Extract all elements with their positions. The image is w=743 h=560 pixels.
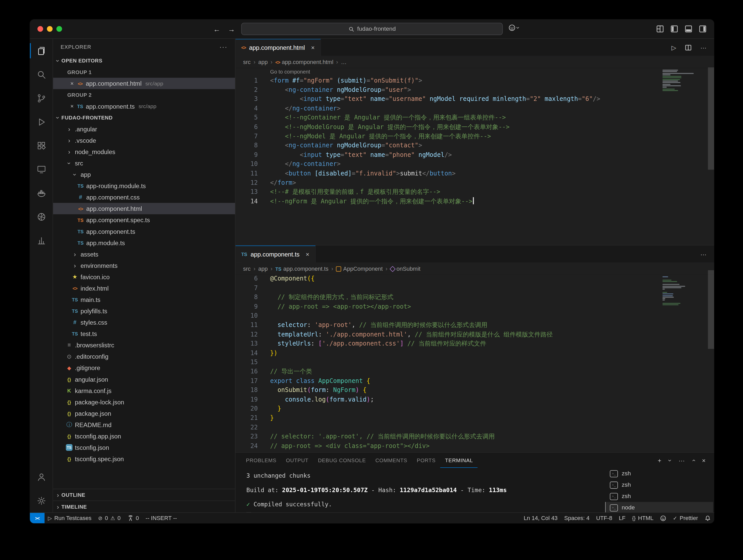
activity-accounts[interactable] (30, 465, 53, 489)
close-icon[interactable]: × (306, 251, 309, 258)
breadcrumb-item[interactable]: src (243, 59, 251, 66)
code-line[interactable]: 17export class AppComponent { (235, 376, 714, 386)
code-line[interactable]: 8 // 制定组件的使用方式，当前问标记形式 (235, 293, 714, 302)
code-line[interactable]: 12 templateUrl: './app.component.html', … (235, 330, 714, 339)
status-forwarded-ports[interactable]: 0 (124, 513, 142, 523)
code-editor-ts[interactable]: 6@Component({78 // 制定组件的使用方式，当前问标记形式9 //… (235, 274, 714, 453)
tree-item[interactable]: #app.component.css (53, 191, 235, 203)
tree-item[interactable]: ›src (53, 158, 235, 169)
code-line[interactable]: 22 (235, 423, 714, 432)
panel-tab-problems[interactable]: PROBLEMS (241, 453, 281, 468)
tree-item[interactable]: ›environments (53, 260, 235, 271)
code-line[interactable]: 6@Component({ (235, 274, 714, 283)
status-indentation[interactable]: Spaces: 4 (561, 513, 593, 523)
codelens-link[interactable]: Go to component (235, 68, 714, 76)
code-line[interactable]: 3 <input type="text" name="username" ngM… (235, 94, 714, 104)
breadcrumb-item[interactable]: AppComponent (336, 265, 383, 272)
code-line[interactable]: 9 <input type="text" name="phone" ngMode… (235, 150, 714, 160)
tree-item[interactable]: <>app.component.html (53, 203, 235, 214)
terminal-session-node[interactable]: ›_node (605, 502, 713, 513)
code-line[interactable]: 13 styleUrls: ['./app.component.css'] //… (235, 339, 714, 348)
breadcrumb-item[interactable]: onSubmit (390, 265, 421, 272)
section-project[interactable]: › FUDAO-FRONTEND (53, 112, 235, 123)
section-open-editors[interactable]: › OPEN EDITORS (53, 55, 235, 66)
status-copilot[interactable] (657, 513, 670, 523)
close-icon[interactable]: × (702, 457, 706, 464)
tree-item[interactable]: <>index.html (53, 283, 235, 294)
close-icon[interactable]: × (311, 44, 315, 51)
panel-tab-debug-console[interactable]: DEBUG CONSOLE (313, 453, 371, 468)
terminal-session-zsh[interactable]: ›_zsh (605, 490, 713, 502)
code-line[interactable]: 13<!--# 是模板引用变量的前缀，f 是模板引用变量的名字--> (235, 187, 714, 197)
zoom-button[interactable] (56, 26, 62, 32)
tree-item[interactable]: {}tsconfig.spec.json (53, 453, 235, 465)
code-line[interactable]: 24// app-root => <div class="app-root"><… (235, 441, 714, 450)
panel-tab-output[interactable]: OUTPUT (281, 453, 313, 468)
open-editor-item[interactable]: ×TSapp.component.tssrc/app (53, 100, 235, 112)
panel-left-icon[interactable] (670, 25, 678, 33)
copilot-menu[interactable]: › (509, 24, 519, 32)
code-line[interactable]: 11 <button [disabled]="f.invalid">submit… (235, 169, 714, 178)
status-encoding[interactable]: UTF-8 (593, 513, 616, 523)
code-line[interactable]: 1<form #f="ngForm" (submit)="onSubmit(f)… (235, 76, 714, 85)
close-button[interactable] (37, 26, 43, 32)
tree-item[interactable]: {}package-lock.json (53, 396, 235, 408)
panel-bottom-icon[interactable] (685, 25, 692, 33)
code-line[interactable]: 11 selector: 'app-root', // 当前组件调用的时候你要以… (235, 320, 714, 330)
tree-item[interactable]: ⊙.editorconfig (53, 351, 235, 362)
code-line[interactable]: 2 <ng-container ngModelGroup="user"> (235, 85, 714, 94)
panel-tab-ports[interactable]: PORTS (412, 453, 440, 468)
tree-item[interactable]: {}package.json (53, 408, 235, 419)
activity-settings[interactable] (30, 489, 53, 513)
code-line[interactable]: 9 // app-root => <app-root></app-root> (235, 302, 714, 311)
code-line[interactable]: 16// 导出一个类 (235, 367, 714, 376)
tree-item[interactable]: ›.vscode (53, 135, 235, 146)
tree-item[interactable]: TSapp-routing.module.ts (53, 180, 235, 191)
status-cursor-position[interactable]: Ln 14, Col 43 (520, 513, 561, 523)
activity-docker[interactable] (30, 181, 53, 205)
activity-remote-explorer[interactable] (30, 158, 53, 181)
more-actions-icon[interactable]: ··· (219, 43, 227, 51)
tree-item[interactable]: {}tsconfig.app.json (53, 430, 235, 442)
section-timeline[interactable]: › TIMELINE (53, 501, 235, 513)
tree-item[interactable]: ⓘREADME.md (53, 419, 235, 430)
status-notifications[interactable] (701, 513, 714, 523)
panel-right-icon[interactable] (699, 25, 706, 33)
code-line[interactable]: 12</form> (235, 178, 714, 187)
tree-item[interactable]: TStest.ts (53, 328, 235, 339)
code-line[interactable]: 20 } (235, 404, 714, 413)
tree-item[interactable]: ◆.gitignore (53, 362, 235, 374)
activity-explorer[interactable] (30, 39, 53, 63)
activity-search[interactable] (30, 62, 53, 86)
ellipsis-icon[interactable]: ··· (700, 251, 707, 258)
terminal-output[interactable]: 3 unchanged chunksBuild at: 2025-01-19T0… (235, 468, 605, 514)
plus-icon[interactable]: + (658, 457, 661, 464)
code-line[interactable]: 8 <ng-container ngModelGroup="contact"> (235, 141, 714, 150)
tree-item[interactable]: ≡.browserslistrc (53, 339, 235, 351)
tree-item[interactable]: Kkarma.conf.js (53, 385, 235, 396)
activity-source-control[interactable] (30, 86, 53, 110)
chevron-up-icon[interactable]: › (690, 459, 697, 461)
tree-item[interactable]: #styles.css (53, 317, 235, 328)
tree-item[interactable]: TSpolyfills.ts (53, 305, 235, 317)
status-run-testcases[interactable]: ▷Run Testcases (45, 513, 95, 523)
minimap[interactable] (662, 275, 707, 306)
section-outline[interactable]: › OUTLINE (53, 489, 235, 501)
activity-run-and-debug[interactable] (30, 110, 53, 134)
terminal-session-zsh[interactable]: ›_zsh (605, 468, 713, 479)
tree-item[interactable]: ›node_modules (53, 146, 235, 158)
activity-charts[interactable] (30, 228, 53, 252)
tree-item[interactable]: TSmain.ts (53, 294, 235, 305)
breadcrumb-item[interactable]: src (243, 265, 251, 272)
run-icon[interactable]: ▷ (671, 44, 676, 51)
status-language-mode[interactable]: {}HTML (629, 513, 657, 523)
code-line[interactable]: 21} (235, 413, 714, 423)
back-icon[interactable]: ← (213, 25, 221, 33)
status-vim-mode[interactable]: -- INSERT -- (142, 513, 180, 523)
scrollbar[interactable] (708, 68, 714, 170)
code-line[interactable]: 5 <!--ngContainer 是 Angular 提供的一个指令，用来包裹… (235, 113, 714, 122)
open-editor-item[interactable]: ×<>app.component.htmlsrc/app (53, 78, 235, 89)
activity-extensions[interactable] (30, 134, 53, 158)
code-line[interactable]: 10 (235, 311, 714, 320)
tree-item[interactable]: TSapp.module.ts (53, 237, 235, 248)
